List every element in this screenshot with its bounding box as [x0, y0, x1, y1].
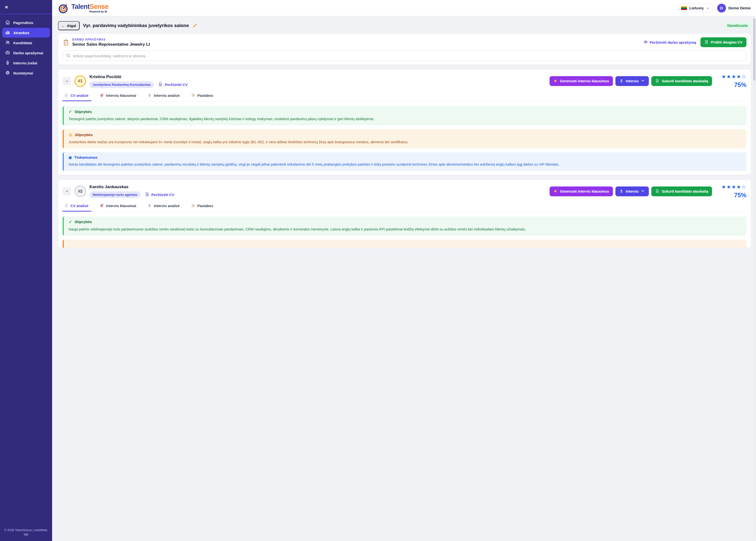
tab-label: Pastabos	[197, 204, 213, 208]
edit-pencil-icon[interactable]	[193, 23, 197, 28]
tab-pastabos[interactable]: Pastabos	[191, 203, 214, 211]
dartboard-icon	[100, 204, 104, 208]
strengths-box: ✓ Stiprybės Nauja patirtis nekilnojamojo…	[63, 217, 378, 236]
tab-label: Interviu analizė	[154, 94, 180, 98]
logo-talent: Talent	[71, 3, 90, 10]
sidebar-item-label: Interviu įrašai	[13, 61, 37, 65]
strengths-title: Stiprybės	[75, 220, 92, 224]
expand-candidate-button[interactable]	[63, 187, 71, 196]
candidate-tabs: CV analizė Interviu klausimai Interviu a…	[63, 203, 378, 212]
job-panel: DARBO APRAŠYMAS Senior Sales Representat…	[58, 33, 378, 65]
check-icon: ✓	[69, 220, 72, 225]
rank-badge: #1	[75, 75, 86, 87]
tab-label: Interviu klausimai	[106, 94, 136, 98]
tab-label: CV analizė	[71, 94, 89, 98]
tab-cv-analize[interactable]: CV analizė	[64, 92, 89, 101]
role-chip: Juvelyrikos Pardavimų Konsultantas	[90, 81, 154, 88]
briefcase-icon	[5, 50, 10, 56]
sidebar-item-interviu-irasai[interactable]: Interviu įrašai	[2, 58, 50, 68]
sidebar-collapse-icon[interactable]: «	[5, 4, 8, 10]
topbar: TalentSense Powered by AI Lietuvių D Dem…	[52, 0, 378, 16]
tab-cv-analize[interactable]: CV analizė	[64, 203, 89, 211]
microphone-icon	[5, 60, 10, 66]
sidebar-item-atrankos[interactable]: Atrankos	[2, 28, 50, 38]
back-arrow-icon: ←	[61, 24, 65, 28]
sidebar-item-label: Atrankos	[13, 31, 29, 35]
view-cv-label: Peržiūrėti CV	[165, 83, 188, 87]
dartboard-icon	[100, 93, 104, 98]
job-title: Senior Sales Representative Jewelry Lt	[72, 42, 150, 47]
candidate-tabs: CV analizė Interviu klausimai Interviu a…	[63, 92, 378, 101]
memo-icon	[191, 204, 195, 208]
sidebar-nav: Pagrindinis Atrankos Kandidatai Darbo ap…	[0, 14, 52, 78]
page-title: Vyr. pardavimų vadybininkas juvelyrikos …	[83, 23, 189, 28]
users-icon	[5, 40, 10, 46]
logo-sense: Sense	[90, 3, 109, 10]
strengths-text: Nauja patirtis nekilnojamojo turto parda…	[69, 227, 378, 232]
strengths-title: Stiprybės	[75, 110, 92, 114]
warning-icon: ⚠	[69, 132, 72, 137]
back-button[interactable]: ← Atgal	[58, 21, 80, 30]
tab-label: CV analizė	[71, 204, 89, 208]
view-cv-link[interactable]: Peržiūrėti CV	[158, 82, 188, 87]
microphone-icon	[148, 204, 152, 208]
app-logo[interactable]: TalentSense Powered by AI	[58, 2, 109, 14]
logo-tagline: Powered by AI	[90, 10, 107, 13]
weaknesses-text: Juvelyrikos darbo stažas yra trumpesnis …	[69, 139, 378, 145]
gear-icon	[5, 70, 10, 76]
suitability-box: ◉ Tinkamumas Geras kandidatas dėl tiesio…	[63, 152, 378, 171]
bar-chart-icon	[5, 30, 10, 36]
search-input[interactable]	[73, 54, 378, 58]
sidebar-item-label: Darbo aprašymai	[13, 51, 43, 55]
tab-interviu-analize[interactable]: Interviu analizė	[147, 203, 180, 211]
candidate-card-1: #1 Kristina Pociūtė Juvelyrikos Pardavim…	[58, 69, 378, 175]
role-chip: Nekilnojamojo turto agentas	[90, 192, 141, 198]
tab-interviu-klausimai[interactable]: Interviu klausimai	[99, 203, 137, 211]
sidebar-item-kandidatai[interactable]: Kandidatai	[2, 38, 50, 48]
tab-label: Interviu analizė	[154, 204, 180, 208]
page-icon	[64, 204, 68, 208]
microphone-icon	[148, 93, 152, 98]
cv-document-icon	[158, 82, 163, 87]
cv-document-icon	[145, 192, 149, 197]
clipboard-icon	[63, 39, 69, 46]
sidebar-item-nustatymai[interactable]: Nustatymai	[2, 68, 50, 78]
strengths-box: ✓ Stiprybės Tiesioginė patirtis juvelyri…	[63, 106, 378, 125]
candidate-card-2: #2 Karolis Jankauskas Nekilnojamojo turt…	[58, 180, 378, 248]
weaknesses-title: Silpnybės	[75, 133, 93, 137]
logo-wordmark: TalentSense Powered by AI	[71, 3, 109, 13]
page-icon	[64, 93, 68, 98]
rank-badge: #2	[75, 186, 86, 197]
target-logo-icon	[58, 2, 69, 14]
main-content: ← Atgal Vyr. pardavimų vadybininkas juve…	[52, 16, 378, 270]
job-eyebrow: DARBO APRAŠYMAS	[72, 38, 150, 41]
tab-label: Interviu klausimai	[106, 204, 136, 208]
sidebar-item-label: Nustatymai	[13, 71, 33, 75]
tab-interviu-klausimai[interactable]: Interviu klausimai	[99, 92, 137, 101]
tab-pastabos[interactable]: Pastabos	[191, 92, 214, 101]
search-bar	[63, 51, 378, 61]
breadcrumb: ← Atgal Vyr. pardavimų vadybininkas juve…	[58, 21, 378, 30]
sidebar: « Pagrindinis Atrankos Kandidatai Darbo …	[0, 0, 52, 270]
weaknesses-box	[63, 240, 378, 248]
sidebar-item-label: Kandidatai	[13, 41, 32, 45]
memo-icon	[191, 93, 195, 98]
weaknesses-box: ⚠ Silpnybės Juvelyrikos darbo stažas yra…	[63, 129, 378, 148]
target-ring-icon: ◉	[69, 155, 72, 160]
sidebar-item-pagrindinis[interactable]: Pagrindinis	[2, 18, 50, 28]
view-cv-link[interactable]: Peržiūrėti CV	[145, 192, 174, 197]
candidate-name: Kristina Pociūtė	[90, 74, 188, 79]
candidate-name: Karolis Jankauskas	[90, 185, 174, 190]
strengths-text: Tiesioginė patirtis juvelyrikos salone: …	[69, 116, 378, 122]
tab-label: Pastabos	[197, 94, 213, 98]
suitability-title: Tinkamumas	[74, 155, 97, 160]
back-label: Atgal	[67, 24, 76, 28]
sidebar-item-label: Pagrindinis	[13, 21, 33, 25]
view-cv-label: Peržiūrėti CV	[151, 193, 174, 197]
home-icon	[5, 20, 10, 26]
expand-candidate-button[interactable]	[63, 77, 71, 85]
suitability-text: Geras kandidatas dėl tiesioginės patirti…	[69, 162, 378, 167]
check-icon: ✓	[69, 109, 72, 114]
tab-interviu-analize[interactable]: Interviu analizė	[147, 92, 180, 101]
sidebar-item-darbo-aprasymai[interactable]: Darbo aprašymai	[2, 48, 50, 58]
